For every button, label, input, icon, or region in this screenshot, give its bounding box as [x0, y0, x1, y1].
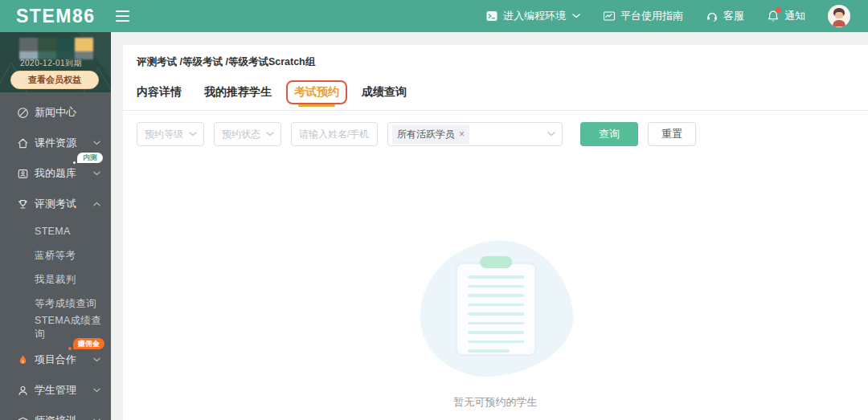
terminal-icon: [485, 10, 498, 22]
tab-my-recommended-students[interactable]: 我的推荐学生: [204, 79, 272, 110]
sidebar-item-label: 评测考试: [35, 197, 76, 211]
reservation-status-select[interactable]: 预约状态: [214, 122, 281, 146]
sidebar-subitem-lanqiao[interactable]: 蓝桥等考: [0, 243, 111, 267]
customer-service-label: 客服: [723, 9, 744, 23]
flame-icon: [17, 354, 29, 366]
main-card: 评测考试 /等级考试 /等级考试Scratch组 内容详情 我的推荐学生 考试预…: [123, 45, 868, 420]
chevron-up-icon: [93, 202, 100, 206]
member-panel: 2020-12-01到期 查看会员权益: [0, 32, 111, 92]
blurred-mosaic: [19, 38, 93, 59]
filter-bar: 预约等级 预约状态 所有活跃学员 × 查询 重置: [123, 122, 868, 146]
student-group-multiselect[interactable]: 所有活跃学员 ×: [387, 122, 563, 146]
question-bank-icon: [17, 168, 29, 180]
clipboard-illustration: [455, 262, 537, 357]
chevron-down-icon: [93, 171, 100, 176]
sidebar: 2020-12-01到期 查看会员权益 新闻中心 课件资源 我的题库 内测 评测…: [0, 32, 111, 420]
empty-state-illustration: [412, 234, 579, 384]
empty-state: 暂无可预约的学生: [123, 241, 868, 410]
tab-content-details[interactable]: 内容详情: [137, 79, 182, 110]
chevron-down-icon: [93, 388, 100, 393]
sidebar-item-teacher-training[interactable]: 师资培训: [0, 406, 111, 420]
headphones-icon: [706, 10, 719, 22]
bell-icon: [767, 10, 780, 22]
guide-icon: [603, 10, 616, 22]
chevron-down-icon: [572, 14, 580, 18]
reservation-level-select[interactable]: 预约等级: [137, 122, 204, 146]
membership-expiry-text: 2020-12-01到期: [20, 58, 82, 69]
student-group-tag: 所有活跃学员 ×: [392, 125, 469, 144]
sidebar-item-news-center[interactable]: 新闻中心: [0, 97, 111, 128]
commission-badge: 赚佣金: [73, 338, 104, 349]
sidebar-item-label: 学生管理: [35, 383, 76, 398]
hamburger-menu-icon[interactable]: [116, 10, 129, 22]
coding-env-menu[interactable]: 进入编程环境: [485, 9, 580, 23]
sidebar-item-student-management[interactable]: 学生管理: [0, 375, 111, 406]
sidebar-menu: 新闻中心 课件资源 我的题库 内测 评测考试 STEMA 蓝桥等考 我是裁判 等…: [0, 92, 111, 420]
user-avatar[interactable]: [828, 5, 850, 27]
student-group-tag-label: 所有活跃学员: [397, 128, 455, 141]
query-button[interactable]: 查询: [580, 122, 638, 146]
chevron-down-icon: [93, 141, 100, 145]
beta-badge: 内测: [77, 153, 103, 163]
sidebar-item-question-bank[interactable]: 我的题库 内测: [0, 158, 111, 189]
sidebar-item-label: 师资培训: [35, 414, 76, 420]
house-icon: [17, 137, 29, 149]
chevron-down-icon: [186, 132, 203, 137]
topbar: STEM86 进入编程环境 平台使用指南 客服: [0, 0, 868, 32]
tabs-bar: 内容详情 我的推荐学生 考试预约 成绩查询: [123, 79, 868, 111]
empty-state-text: 暂无可预约的学生: [454, 395, 538, 410]
name-phone-input[interactable]: [291, 122, 378, 146]
tab-exam-reservation-label: 考试预约: [294, 85, 339, 98]
sidebar-item-label: 新闻中心: [35, 105, 76, 120]
graduation-icon: [17, 415, 29, 420]
sidebar-subitem-stema-score-query[interactable]: STEMA成绩查询: [0, 316, 111, 340]
stem86-logo[interactable]: STEM86: [16, 6, 95, 27]
active-tab-underline: [298, 104, 335, 108]
sidebar-item-label: 我的题库: [35, 166, 76, 181]
platform-guide-label: 平台使用指南: [620, 9, 683, 23]
sidebar-subitem-grade-score-query[interactable]: 等考成绩查询: [0, 292, 111, 316]
platform-guide-menu[interactable]: 平台使用指南: [603, 9, 683, 23]
sidebar-subitem-stema[interactable]: STEMA: [0, 219, 111, 243]
tab-score-query[interactable]: 成绩查询: [362, 79, 407, 110]
chevron-down-icon: [263, 132, 280, 137]
sidebar-item-assessment-exam[interactable]: 评测考试: [0, 189, 111, 219]
breadcrumb: 评测考试 /等级考试 /等级考试Scratch组: [123, 45, 868, 69]
sidebar-item-project-cooperation[interactable]: 项目合作 赚佣金: [0, 345, 111, 375]
content-area: 评测考试 /等级考试 /等级考试Scratch组 内容详情 我的推荐学生 考试预…: [111, 32, 868, 420]
reservation-status-placeholder: 预约状态: [215, 128, 263, 141]
tag-close-icon[interactable]: ×: [459, 129, 465, 139]
customer-service-menu[interactable]: 客服: [706, 9, 744, 23]
notification-menu[interactable]: 通知: [767, 9, 805, 23]
trophy-icon: [17, 198, 29, 210]
notification-dot: [776, 7, 781, 13]
tab-exam-reservation[interactable]: 考试预约: [294, 79, 339, 110]
chevron-down-icon: [544, 132, 562, 137]
reset-button[interactable]: 重置: [648, 122, 696, 146]
reservation-level-placeholder: 预约等级: [137, 128, 186, 141]
topbar-right-group: 进入编程环境 平台使用指南 客服 通知: [485, 5, 868, 27]
sidebar-item-label: 课件资源: [35, 136, 76, 150]
chevron-down-icon: [93, 357, 100, 362]
notification-label: 通知: [784, 9, 805, 23]
sidebar-subitem-referee[interactable]: 我是裁判: [0, 267, 111, 292]
view-member-benefits-button[interactable]: 查看会员权益: [10, 71, 99, 89]
sidebar-item-label: 项目合作: [35, 353, 76, 367]
news-icon: [17, 107, 29, 119]
coding-env-label: 进入编程环境: [503, 9, 566, 23]
person-icon: [17, 385, 29, 397]
